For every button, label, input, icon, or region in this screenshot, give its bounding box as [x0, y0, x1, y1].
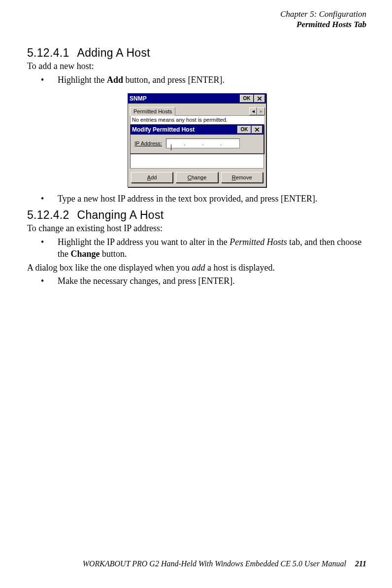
- close-icon: [255, 128, 259, 132]
- page-number: 211: [355, 559, 366, 568]
- snmp-ok-button[interactable]: OK: [240, 95, 254, 103]
- info-text: No entries means any host is permitted.: [130, 115, 264, 124]
- modify-host-dialog: Modify Permitted Host OK IP Address: .: [130, 124, 264, 154]
- section-2-bullet-2: Make the necessary changes, and press [E…: [27, 276, 367, 287]
- section-2-heading: 5.12.4.2Changing A Host: [27, 208, 367, 222]
- tab-permitted-hosts[interactable]: Permitted Hosts: [130, 107, 175, 116]
- button-row: Add Change Remove: [128, 169, 266, 187]
- section-2-num: 5.12.4.2: [27, 208, 69, 221]
- dialog-ok-button[interactable]: OK: [237, 126, 251, 134]
- ip-address-label: IP Address:: [134, 140, 162, 146]
- close-icon: [258, 97, 261, 101]
- snmp-window: SNMP OK Permitted Hosts ◂ ▸ No entries m…: [128, 93, 266, 187]
- page-footer: WORKABOUT PRO G2 Hand-Held With Windows …: [83, 559, 366, 568]
- section-1-heading: 5.12.4.1Adding A Host: [27, 46, 367, 60]
- section-2-intro: To change an existing host IP address:: [27, 223, 367, 235]
- page-header: Chapter 5: Configuration Permitted Hosts…: [280, 9, 366, 30]
- section-1-bullet-2: Type a new host IP address in the text b…: [27, 193, 367, 205]
- section-2-bullet-1: Highlight the IP address you want to alt…: [27, 237, 367, 260]
- dialog-titlebar: Modify Permitted Host OK: [131, 125, 263, 135]
- snmp-titlebar: SNMP OK: [128, 94, 266, 104]
- page-content: 5.12.4.1Adding A Host To add a new host:…: [27, 43, 367, 289]
- dialog-close-button[interactable]: [252, 126, 262, 134]
- tab-scroll-right-button[interactable]: ▸: [257, 107, 265, 115]
- dialog-body: IP Address: . . .: [131, 135, 263, 153]
- section-2-title: Changing A Host: [77, 208, 164, 221]
- tab-scroll-left-button[interactable]: ◂: [249, 107, 257, 115]
- tab-row: Permitted Hosts ◂ ▸: [128, 104, 266, 115]
- snmp-close-button[interactable]: [254, 95, 265, 103]
- section-2-para: A dialog box like the one displayed when…: [27, 262, 367, 274]
- remove-button[interactable]: Remove: [221, 172, 263, 183]
- screenshot-figure: SNMP OK Permitted Hosts ◂ ▸ No entries m…: [27, 93, 367, 187]
- ip-address-input[interactable]: . . .: [166, 138, 240, 148]
- header-subtitle: Permitted Hosts Tab: [280, 19, 366, 30]
- add-button[interactable]: Add: [131, 172, 173, 183]
- snmp-title: SNMP: [130, 95, 147, 102]
- section-1-num: 5.12.4.1: [27, 46, 69, 59]
- section-1-title: Adding A Host: [77, 46, 150, 59]
- section-1-intro: To add a new host:: [27, 61, 367, 72]
- section-1-bullet-1: Highlight the Add button, and press [ENT…: [27, 74, 367, 86]
- change-button[interactable]: Change: [176, 172, 218, 183]
- dialog-title: Modify Permitted Host: [132, 126, 195, 133]
- hosts-list-area[interactable]: [130, 154, 264, 169]
- footer-text: WORKABOUT PRO G2 Hand-Held With Windows …: [83, 559, 346, 568]
- chapter-line: Chapter 5: Configuration: [280, 9, 366, 19]
- tab-scroll-controls: ◂ ▸: [249, 107, 265, 115]
